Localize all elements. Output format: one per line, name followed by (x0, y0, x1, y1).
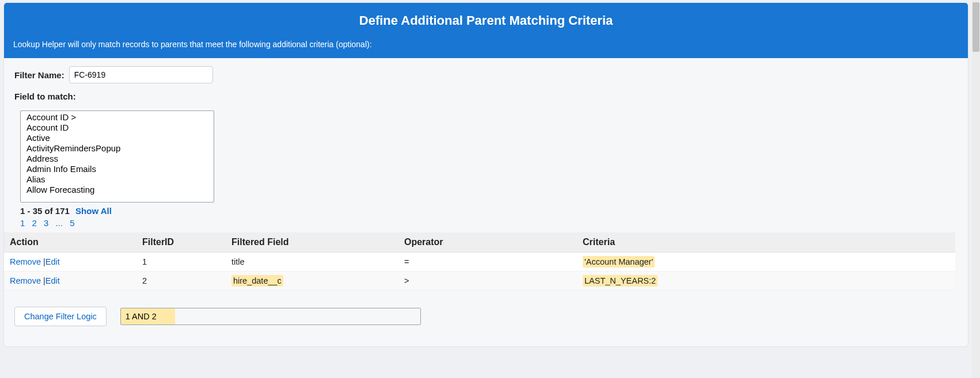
pager-ellipsis: ... (56, 218, 63, 228)
modal-header: Define Additional Parent Matching Criter… (4, 3, 968, 58)
field-to-match-label: Field to match: (14, 91, 966, 101)
pager-page-1[interactable]: 1 (20, 218, 25, 228)
field-option[interactable]: Allow Forecasting (23, 185, 211, 195)
pager-page-last[interactable]: 5 (70, 218, 74, 228)
table-row: Remove |Edit1title='Account Manager' (4, 253, 955, 272)
cell-action: Remove |Edit (4, 253, 136, 272)
pager-pages: 1 2 3 ... 5 (20, 218, 966, 228)
criteria-header-row: Action FilterID Filtered Field Operator … (4, 232, 955, 253)
header-field: Filtered Field (226, 232, 398, 253)
field-option[interactable]: Account ID (23, 123, 211, 133)
vertical-scrollbar[interactable] (972, 0, 980, 378)
edit-link[interactable]: Edit (45, 276, 60, 285)
vertical-scrollbar-thumb[interactable] (973, 2, 979, 52)
remove-link[interactable]: Remove (10, 257, 41, 266)
viewport: Define Additional Parent Matching Criter… (0, 0, 980, 378)
highlighted-value: hire_date__c (231, 275, 283, 287)
field-option[interactable]: Alias (23, 174, 211, 185)
pager-page-2[interactable]: 2 (32, 218, 37, 228)
header-criteria: Criteria (577, 232, 955, 253)
header-operator: Operator (398, 232, 577, 253)
change-filter-logic-button[interactable]: Change Filter Logic (14, 307, 107, 326)
highlighted-value: LAST_N_YEARS:2 (583, 275, 658, 287)
modal-body: Filter Name: Field to match: Account ID … (4, 58, 968, 335)
separator: | (41, 257, 45, 266)
field-option[interactable]: Admin Info Emails (23, 164, 211, 174)
filter-name-label: Filter Name: (14, 70, 64, 80)
criteria-table: Action FilterID Filtered Field Operator … (4, 232, 955, 291)
modal-subtitle: Lookup Helper will only match records to… (13, 40, 959, 49)
cell-operator: = (398, 253, 577, 272)
filter-name-row: Filter Name: (14, 66, 966, 83)
highlighted-value: 'Account Manager' (583, 256, 655, 268)
filter-name-input[interactable] (69, 66, 213, 83)
cell-operator: > (398, 272, 577, 291)
filter-logic-input[interactable] (120, 308, 421, 325)
cell-filterid: 1 (136, 253, 226, 272)
field-to-match-select[interactable]: Account ID >Account IDActiveActivityRemi… (20, 110, 214, 203)
header-filterid: FilterID (136, 232, 226, 253)
modal-panel: Define Additional Parent Matching Criter… (3, 2, 968, 347)
field-option[interactable]: Active (23, 133, 211, 143)
modal-title: Define Additional Parent Matching Criter… (13, 13, 959, 28)
field-option[interactable]: ActivityRemindersPopup (23, 143, 211, 154)
cell-criteria: 'Account Manager' (577, 253, 955, 272)
pager-page-3[interactable]: 3 (44, 218, 48, 228)
cell-field: title (226, 253, 398, 272)
edit-link[interactable]: Edit (45, 257, 60, 266)
table-row: Remove |Edit2hire_date__c>LAST_N_YEARS:2 (4, 272, 955, 291)
field-option[interactable]: Account ID > (23, 112, 211, 123)
separator: | (41, 276, 45, 285)
field-pager: 1 - 35 of 171 Show All 1 2 3 ... 5 (20, 206, 966, 228)
remove-link[interactable]: Remove (10, 276, 41, 285)
cell-field: hire_date__c (226, 272, 398, 291)
pager-count: 1 - 35 of 171 (20, 206, 70, 216)
cell-filterid: 2 (136, 272, 226, 291)
filter-logic-input-wrap (120, 308, 421, 325)
field-option[interactable]: Address (23, 154, 211, 164)
show-all-link[interactable]: Show All (75, 206, 112, 216)
header-action: Action (4, 232, 136, 253)
filter-logic-row: Change Filter Logic (14, 307, 966, 326)
cell-action: Remove |Edit (4, 272, 136, 291)
cell-criteria: LAST_N_YEARS:2 (577, 272, 955, 291)
